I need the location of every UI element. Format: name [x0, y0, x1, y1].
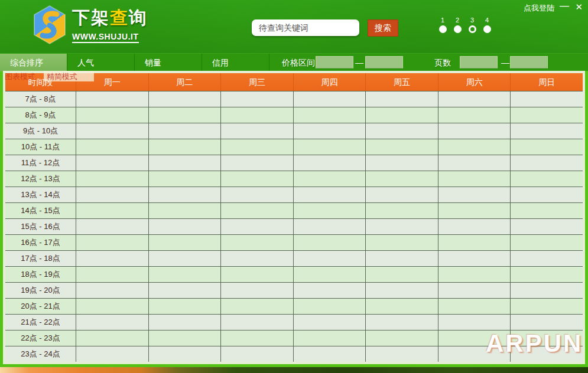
schedule-cell: [76, 107, 149, 123]
radio-dot-icon[interactable]: [483, 25, 491, 33]
schedule-cell: [149, 219, 222, 234]
time-slot-label: 21点 - 22点: [5, 315, 76, 330]
schedule-cell: [76, 203, 149, 218]
page-radio-2[interactable]: 2: [453, 17, 462, 33]
header-day: 周四: [294, 73, 366, 91]
schedule-cell: [76, 155, 149, 171]
schedule-cell: [366, 267, 438, 282]
table-row: 13点 - 14点: [5, 186, 583, 202]
schedule-cell: [294, 155, 366, 171]
schedule-cell: [149, 123, 222, 139]
schedule-cell: [366, 299, 438, 314]
tab-popularity[interactable]: 人气: [67, 54, 135, 71]
schedule-cell: [149, 107, 222, 123]
schedule-cell: [366, 331, 438, 346]
tab-sales[interactable]: 销量: [135, 54, 202, 71]
chart-mode-button[interactable]: 图表模式: [5, 72, 35, 81]
page-dash: —: [501, 54, 509, 71]
schedule-cell: [76, 139, 149, 155]
table-row: 16点 - 17点: [5, 234, 583, 250]
schedule-cell: [366, 91, 438, 107]
time-slot-label: 19点 - 20点: [5, 283, 76, 298]
schedule-cell: [149, 331, 222, 346]
table-row: 14点 - 15点: [5, 202, 583, 218]
time-slot-label: 20点 - 21点: [5, 299, 76, 314]
radio-dot-icon[interactable]: [469, 25, 476, 33]
time-slot-label: 22点 - 23点: [5, 331, 76, 346]
schedule-cell: [221, 155, 294, 171]
app-title: 下架查询: [72, 6, 148, 30]
page-from-input[interactable]: [460, 56, 498, 68]
table-row: 7点 - 8点: [5, 91, 583, 107]
schedule-cell: [76, 171, 149, 186]
radio-dot-icon[interactable]: [439, 25, 447, 33]
page-to-input[interactable]: [510, 56, 548, 68]
page-radio-3[interactable]: 3: [468, 17, 476, 33]
header-day: 周六: [438, 73, 511, 91]
schedule-cell: [221, 331, 294, 346]
schedule-cell: [76, 187, 149, 202]
schedule-cell: [149, 203, 222, 218]
schedule-cell: [149, 171, 222, 186]
tab-credit[interactable]: 信用: [202, 54, 269, 71]
radio-dot-icon[interactable]: [454, 25, 462, 33]
close-button[interactable]: ✕: [575, 2, 583, 12]
schedule-cell: [221, 219, 294, 234]
schedule-cell: [511, 315, 583, 330]
schedule-cell: [511, 123, 583, 139]
schedule-cell: [366, 107, 438, 123]
page-radio-4[interactable]: 4: [483, 17, 491, 33]
schedule-cell: [76, 251, 149, 266]
schedule-cell: [221, 267, 294, 282]
schedule-cell: [294, 139, 366, 155]
table-row: 9点 - 10点: [5, 123, 583, 139]
schedule-cell: [294, 283, 366, 298]
website-link[interactable]: WWW.SHUJU.IT: [72, 32, 139, 43]
schedule-cell: [438, 251, 511, 266]
time-slot-label: 14点 - 15点: [5, 203, 76, 218]
search-input[interactable]: [252, 19, 359, 36]
schedule-cell: [76, 283, 149, 298]
schedule-cell: [511, 187, 583, 202]
simple-mode-button[interactable]: 精简模式: [44, 71, 94, 81]
time-slot-label: 7点 - 8点: [5, 91, 76, 107]
schedule-cell: [76, 346, 149, 362]
schedule-cell: [511, 219, 583, 234]
schedule-cell: [438, 283, 511, 298]
schedule-cell: [438, 203, 511, 218]
time-slot-label: 12点 - 13点: [5, 171, 76, 186]
schedule-cell: [149, 91, 222, 107]
schedule-cell: [149, 346, 222, 362]
schedule-cell: [511, 299, 583, 314]
schedule-cell: [149, 251, 222, 266]
schedule-cell: [221, 123, 294, 139]
schedule-cell: [221, 346, 294, 362]
table-row: 17点 - 18点: [5, 250, 583, 266]
price-dash: —: [355, 54, 363, 71]
schedule-cell: [511, 155, 583, 171]
price-max-input[interactable]: [365, 56, 403, 68]
schedule-cell: [149, 139, 222, 155]
login-link[interactable]: 点我登陆: [524, 3, 554, 14]
schedule-cell: [76, 235, 149, 250]
schedule-cell: [294, 219, 366, 234]
table-row: 21点 - 22点: [5, 314, 583, 330]
schedule-cell: [294, 346, 366, 362]
tab-composite-sort[interactable]: 综合排序: [0, 54, 67, 71]
time-slot-label: 17点 - 18点: [5, 251, 76, 266]
schedule-cell: [294, 107, 366, 123]
schedule-cell: [366, 346, 438, 362]
page-radio-1[interactable]: 1: [438, 17, 447, 33]
search-button[interactable]: 搜索: [368, 19, 398, 37]
table-row: 20点 - 21点: [5, 298, 583, 314]
schedule-cell: [438, 91, 511, 107]
brand-block: 下架查询 WWW.SHUJU.IT: [72, 6, 148, 43]
time-slot-label: 8点 - 9点: [5, 107, 76, 123]
schedule-cell: [76, 315, 149, 330]
time-slot-label: 15点 - 16点: [5, 219, 76, 234]
price-min-input[interactable]: [316, 56, 353, 68]
schedule-cell: [366, 315, 438, 330]
minimize-button[interactable]: —: [560, 1, 569, 11]
schedule-cell: [221, 299, 294, 314]
schedule-cell: [294, 299, 366, 314]
